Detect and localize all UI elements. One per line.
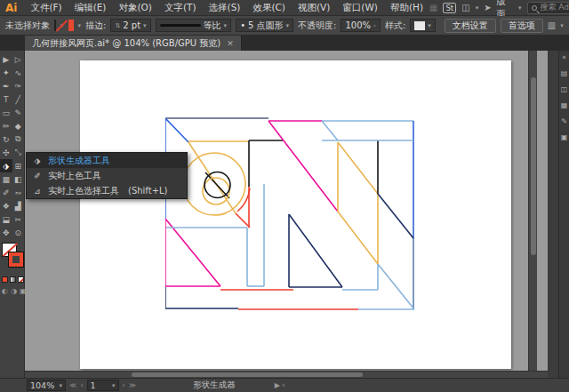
zoom-level-select[interactable]: 104%▾ xyxy=(27,380,66,391)
horizontal-scroll-thumb[interactable] xyxy=(132,372,363,377)
last-artboard-icon[interactable]: ≫ xyxy=(129,381,136,389)
menu-item-7[interactable]: 窗口(W) xyxy=(336,2,384,14)
shape-builder-tool-item-icon: ⬗ xyxy=(32,156,43,165)
dock-icon-2[interactable]: ◫ xyxy=(561,85,568,93)
dock-icon-3[interactable]: ▦ xyxy=(561,101,568,109)
column-graph-tool[interactable]: ▟ xyxy=(12,199,25,212)
live-paint-selection-item[interactable]: ⊿实时上色选择工具(Shift+L) xyxy=(27,183,187,198)
pen-tool[interactable]: ✒ xyxy=(0,79,12,92)
line-segment-tool[interactable]: ╱ xyxy=(12,92,25,106)
eraser-tool[interactable]: ◆ xyxy=(12,119,25,132)
symbol-sprayer-tool[interactable]: ❖ xyxy=(0,199,12,212)
document-setup-button[interactable]: 文档设置 xyxy=(445,19,496,33)
style-label: 样式: xyxy=(385,20,405,32)
fill-swatch[interactable] xyxy=(54,20,56,31)
menu-item-3[interactable]: 文字(T) xyxy=(158,2,203,14)
menu-item-5[interactable]: 效果(C) xyxy=(246,2,292,14)
dock-icon-1[interactable]: ▤ xyxy=(561,69,568,77)
stroke-weight-field[interactable]: ⇅2 pt▾ xyxy=(110,19,150,32)
zoom-tool[interactable]: ⊙ xyxy=(12,226,25,239)
width-tool[interactable]: ✣ xyxy=(0,146,12,159)
slice-tool[interactable]: ✂ xyxy=(12,212,25,226)
brush-field[interactable]: •5 点圆形▾ xyxy=(236,19,293,32)
shape-builder-tool-item-label: 形状生成器工具 xyxy=(48,155,110,167)
gradient-mode-button[interactable] xyxy=(10,276,16,283)
prev-artboard-icon[interactable]: ‹ xyxy=(80,381,83,389)
shape-builder-tool-item[interactable]: ⬗形状生成器工具 xyxy=(27,153,187,168)
dock-icon-5[interactable]: ▣ xyxy=(561,133,568,141)
menu-item-6[interactable]: 视图(V) xyxy=(292,2,336,14)
preferences-button[interactable]: 首选项 xyxy=(501,19,543,33)
none-mode-button[interactable] xyxy=(18,276,24,283)
shaper-tool[interactable]: ✏ xyxy=(0,119,12,132)
eyedropper-tool[interactable]: ✐ xyxy=(0,186,12,199)
document-tab[interactable]: 几何拼接风网页.ai* @ 104% (RGB/GPU 预览) ✕ xyxy=(25,36,242,51)
scale-tool[interactable]: ⧉ xyxy=(12,132,25,146)
stock-search-input[interactable]: 搜索 Adobe Stock xyxy=(527,2,569,14)
stroke-chevron-icon[interactable]: ▾ xyxy=(78,22,82,29)
menu-item-8[interactable]: 帮助(H) xyxy=(384,2,429,14)
rotate-tool[interactable]: ↻ xyxy=(0,132,12,146)
artboard[interactable] xyxy=(80,60,511,369)
dock-icon-4[interactable]: ✎ xyxy=(561,117,567,125)
vertical-scroll-thumb[interactable] xyxy=(531,77,536,255)
stroke-red-swatch[interactable] xyxy=(9,252,23,267)
geometric-n-artwork xyxy=(165,116,416,311)
workspace-panel-icon[interactable]: ▥ xyxy=(548,20,556,30)
width-profile-field[interactable]: 等比▾ xyxy=(156,19,232,32)
share-icon[interactable]: ➤ xyxy=(484,3,491,12)
document-tab-bar: 几何拼接风网页.ai* @ 104% (RGB/GPU 预览) ✕ xyxy=(0,36,569,51)
mesh-tool[interactable]: ▦ xyxy=(0,172,12,186)
tools-panel: ▶▷✦∿✒✑T╱▭✎✏◆↻⧉✣⤡⬗⊞▦◧✐∾❖▟⬓✂✥⊙ ◐◑▣ xyxy=(0,51,25,378)
gradient-tool[interactable]: ◧ xyxy=(12,172,25,186)
layout-icon[interactable]: ◫ xyxy=(461,3,469,12)
canvas[interactable] xyxy=(25,51,548,371)
status-bar: 104%▾ ≪ ‹ 1▾ › ≫ 形状生成器 ▶ ‹ xyxy=(0,378,569,392)
layout-chevron-icon[interactable]: ▾ xyxy=(476,4,479,12)
hand-tool[interactable]: ✥ xyxy=(0,226,12,239)
magic-wand-tool[interactable]: ✦ xyxy=(0,66,12,79)
status-expand-icon[interactable]: ▶ ‹ xyxy=(275,381,285,389)
panel-dock: «▤◫▦✎▣ xyxy=(558,51,569,378)
draw-mode-icon-0[interactable]: ◐ xyxy=(2,287,8,295)
stroke-swatch[interactable] xyxy=(68,20,74,31)
direct-selection-tool[interactable]: ▷ xyxy=(12,52,25,66)
rectangle-tool[interactable]: ▭ xyxy=(0,106,12,119)
lasso-tool[interactable]: ∿ xyxy=(12,66,25,79)
curvature-tool[interactable]: ✑ xyxy=(12,79,25,92)
color-mode-button[interactable] xyxy=(2,276,8,283)
artboard-number-select[interactable]: 1▾ xyxy=(87,380,119,391)
perspective-grid-tool[interactable]: ⊞ xyxy=(12,159,25,172)
vertical-scrollbar[interactable] xyxy=(528,51,537,371)
menu-item-0[interactable]: 文件(F) xyxy=(24,2,68,14)
tab-close-icon[interactable]: ✕ xyxy=(227,39,234,48)
stroke-label: 描边: xyxy=(85,20,106,32)
opacity-field[interactable]: 100%› xyxy=(341,19,380,32)
first-artboard-icon[interactable]: ≪ xyxy=(69,381,76,389)
shape-builder-tool[interactable]: ⬗ xyxy=(0,159,12,172)
workspace-panel-chevron-icon[interactable]: ▾ xyxy=(560,22,564,29)
adobe-stock-badge[interactable]: St xyxy=(443,3,456,13)
fill-stroke-indicator[interactable] xyxy=(1,243,24,273)
ai-logo: Ai xyxy=(0,2,24,14)
shape-builder-flyout-menu: ⬗形状生成器工具✐实时上色工具⊿实时上色选择工具(Shift+L) xyxy=(26,152,188,199)
free-transform-tool[interactable]: ⤡ xyxy=(12,146,25,159)
type-tool[interactable]: T xyxy=(0,92,12,106)
horizontal-scrollbar[interactable] xyxy=(25,371,548,378)
artboard-tool[interactable]: ⬓ xyxy=(0,212,12,226)
arrange-documents-icon[interactable]: ▦ xyxy=(429,3,437,12)
live-paint-bucket-item[interactable]: ✐实时上色工具 xyxy=(27,168,187,183)
next-artboard-icon[interactable]: › xyxy=(123,381,125,389)
blend-tool[interactable]: ∾ xyxy=(12,186,25,199)
menu-item-2[interactable]: 对象(O) xyxy=(112,2,157,14)
menu-item-1[interactable]: 编辑(E) xyxy=(68,2,113,14)
workspace-chevron-icon[interactable]: ▾ xyxy=(518,4,522,12)
dock-icon-0[interactable]: « xyxy=(562,53,566,61)
paintbrush-tool[interactable]: ✎ xyxy=(12,106,25,119)
draw-mode-icon-1[interactable]: ◑ xyxy=(11,287,17,295)
selection-tool[interactable]: ▶ xyxy=(0,52,12,66)
style-field[interactable]: ▾ xyxy=(410,19,436,32)
opacity-label: 不透明度: xyxy=(298,20,336,32)
menu-item-4[interactable]: 选择(S) xyxy=(203,2,247,14)
live-paint-bucket-item-icon: ✐ xyxy=(32,172,43,180)
